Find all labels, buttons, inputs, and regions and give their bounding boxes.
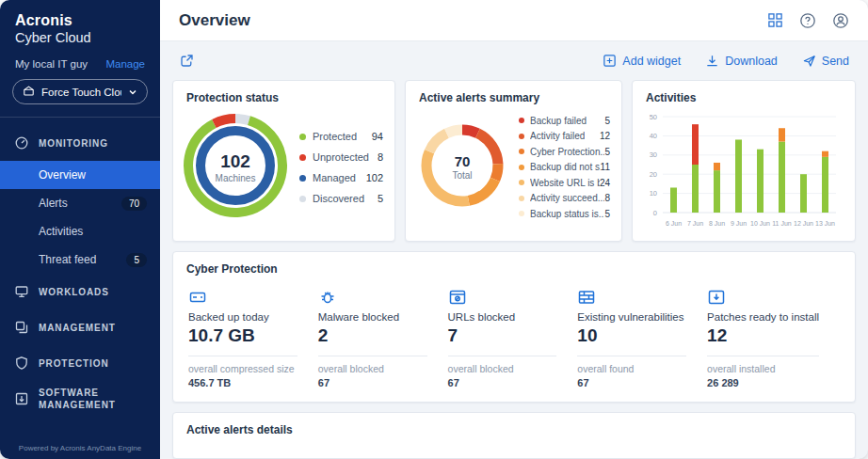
alerts-count-badge: 70 — [121, 197, 147, 211]
widget-title: Protection status — [173, 81, 394, 109]
main-area: Overview Add widget — [160, 0, 868, 459]
sidebar-nav: MONITORING Overview Alerts 70 Activities… — [0, 125, 160, 444]
sidebar-item-software-management[interactable]: SOFTWARE MANAGEMENT — [0, 381, 160, 417]
sidebar-item-overview[interactable]: Overview — [0, 161, 160, 189]
threat-feed-count-badge: 5 — [126, 253, 147, 267]
chevron-down-icon — [128, 87, 137, 97]
workloads-icon — [14, 284, 29, 299]
send-button[interactable]: Send — [802, 54, 849, 68]
vulnerability-icon — [577, 284, 686, 307]
sidebar: Acronis Cyber Cloud My local IT guy Mana… — [0, 0, 160, 459]
legend-dot — [519, 180, 524, 185]
svg-text:10 Jun: 10 Jun — [750, 220, 770, 227]
widget-title: Activities — [633, 81, 855, 109]
add-widget-label: Add widget — [622, 55, 681, 68]
legend-item: Discovered5 — [299, 188, 383, 209]
protection-status-donut-chart: 102 Machines — [181, 111, 290, 224]
legend-item: Cyber Protection...5 — [519, 144, 610, 160]
svg-text:7 Jun: 7 Jun — [687, 220, 703, 227]
toolbar-actions: Add widget Download Send — [603, 54, 849, 68]
legend-item: Unprotected8 — [299, 147, 383, 167]
svg-text:11 Jun: 11 Jun — [772, 220, 792, 227]
legend-item: Website URL is b...24 — [519, 175, 610, 191]
widget-title: Active alerts summary — [406, 81, 621, 109]
help-icon[interactable] — [799, 12, 816, 29]
svg-text:20: 20 — [650, 170, 657, 179]
legend-dot — [519, 149, 524, 154]
active-alerts-details-widget: Active alerts details — [172, 412, 856, 459]
backup-icon — [188, 284, 297, 307]
legend-item: Activity failed12 — [519, 129, 610, 145]
stat-backed-up-today: Backed up today 10.7 GB overall compress… — [188, 284, 318, 388]
active-alerts-legend: Backup failed5 Activity failed12 Cyber P… — [519, 113, 610, 222]
stat-existing-vulnerabilities: Existing vulnerabilities 10 overall foun… — [577, 284, 707, 388]
nav-label: Activities — [39, 225, 83, 238]
nav-label: WORKLOADS — [39, 286, 109, 298]
acronis-logo: Acronis Cyber Cloud — [0, 0, 160, 55]
legend-item: Protected94 — [299, 126, 383, 147]
svg-text:40: 40 — [650, 132, 657, 140]
svg-text:50: 50 — [650, 113, 657, 121]
nav-label: Alerts — [39, 197, 68, 210]
legend-dot — [519, 196, 524, 201]
sidebar-item-protection[interactable]: PROTECTION — [0, 345, 160, 381]
legend-dot — [299, 175, 306, 182]
sidebar-item-activities[interactable]: Activities — [0, 217, 160, 245]
svg-text:0: 0 — [653, 209, 657, 217]
nav-label: MANAGEMENT — [39, 322, 116, 334]
svg-text:10: 10 — [650, 189, 657, 198]
active-alerts-donut-chart: 70 Total — [415, 119, 509, 216]
tenant-name: Force Touch Cloud — [41, 87, 121, 98]
app-window: Acronis Cyber Cloud My local IT guy Mana… — [0, 0, 868, 459]
software-management-icon — [14, 391, 29, 406]
sidebar-item-workloads[interactable]: WORKLOADS — [0, 274, 160, 309]
download-label: Download — [725, 55, 778, 68]
active-alerts-summary-widget: Active alerts summary 70 Total Backup fa… — [405, 80, 622, 242]
sidebar-item-monitoring[interactable]: MONITORING — [0, 125, 160, 161]
monitoring-icon — [14, 135, 29, 150]
protection-shield-icon — [14, 356, 29, 371]
page-title: Overview — [179, 11, 250, 30]
page-header: Overview — [160, 0, 868, 41]
malware-icon — [318, 284, 427, 307]
legend-dot — [519, 211, 524, 216]
sidebar-item-alerts[interactable]: Alerts 70 — [0, 189, 160, 217]
stat-malware-blocked: Malware blocked 2 overall blocked 67 — [318, 284, 448, 388]
legend-item: Managed102 — [299, 167, 383, 188]
widget-row: Protection status 102 Machines Protected… — [172, 80, 856, 242]
popout-icon[interactable] — [179, 53, 195, 69]
activities-bar-chart: 010203040506 Jun7 Jun8 Jun9 Jun10 Jun11 … — [633, 109, 855, 235]
add-widget-button[interactable]: Add widget — [603, 54, 681, 68]
legend-item: Backup did not s...11 — [519, 160, 610, 176]
nav-label: MONITORING — [39, 137, 108, 150]
widget-title: Cyber Protection — [173, 252, 855, 280]
patch-install-icon — [707, 284, 819, 307]
url-blocked-icon — [448, 284, 557, 307]
legend-dot — [299, 196, 306, 202]
legend-dot — [519, 165, 524, 170]
logo-line2: Cyber Cloud — [15, 30, 145, 45]
tenant-section: Force Touch Cloud — [0, 71, 160, 118]
stat-patches-ready: Patches ready to install 12 overall inst… — [707, 284, 840, 388]
manage-link[interactable]: Manage — [105, 58, 145, 70]
nav-label: Threat feed — [39, 253, 96, 266]
cyber-protection-widget: Cyber Protection Backed up today 10.7 GB… — [172, 251, 856, 403]
powered-by-text: Powered by Acronis AnyData Engine — [0, 444, 160, 459]
svg-text:9 Jun: 9 Jun — [731, 220, 747, 227]
legend-dot — [299, 154, 306, 161]
svg-text:6 Jun: 6 Jun — [666, 220, 682, 227]
legend-item: Backup status is...5 — [519, 206, 610, 222]
tenant-icon — [23, 85, 35, 99]
nav-label: PROTECTION — [39, 357, 109, 370]
download-button[interactable]: Download — [705, 54, 778, 68]
sidebar-item-management[interactable]: MANAGEMENT — [0, 309, 160, 345]
protection-status-widget: Protection status 102 Machines Protected… — [172, 80, 395, 242]
user-account-icon[interactable] — [832, 12, 849, 29]
legend-item: Activity succeed...8 — [519, 191, 610, 207]
tenant-selector[interactable]: Force Touch Cloud — [12, 79, 148, 104]
svg-text:8 Jun: 8 Jun — [709, 220, 725, 227]
apps-grid-icon[interactable] — [767, 12, 783, 28]
sidebar-item-threat-feed[interactable]: Threat feed 5 — [0, 245, 160, 274]
header-icons — [767, 12, 849, 29]
legend-item: Backup failed5 — [519, 113, 610, 129]
